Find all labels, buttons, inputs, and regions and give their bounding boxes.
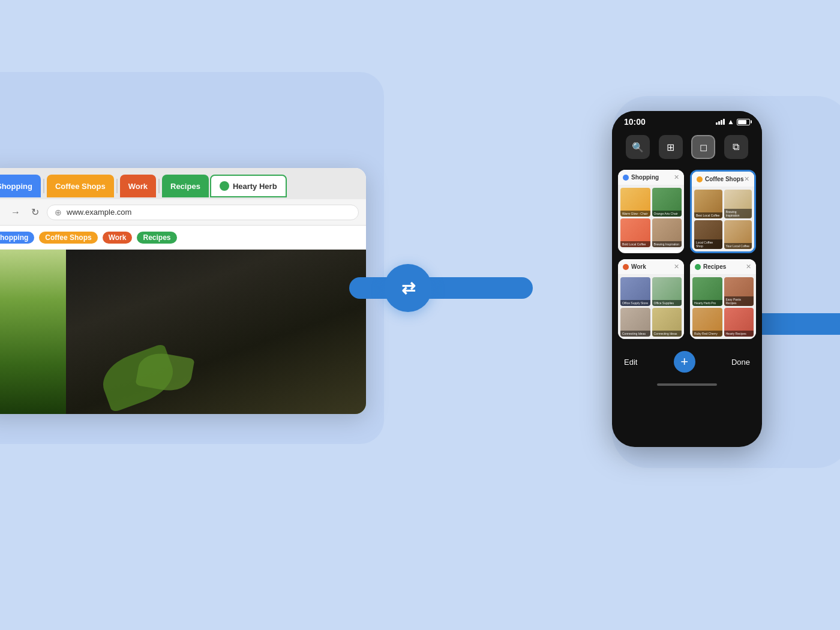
tab-recipes[interactable]: Recipes xyxy=(162,175,209,197)
phone-toolbar: 🔍 ⊞ ◻ ⧉ xyxy=(612,130,762,164)
tabs-tool-btn[interactable]: ⊞ xyxy=(659,135,683,159)
browser-content xyxy=(0,250,366,414)
bookmark-coffee[interactable]: Coffee Shops xyxy=(39,232,97,244)
tab-divider-1 xyxy=(43,179,44,193)
thumb-recipe-3[interactable]: Ruby Red Cherry xyxy=(692,308,722,337)
close-recipes[interactable]: ✕ xyxy=(746,263,751,271)
thumb-shopping-1[interactable]: Warm Glow - Chair xyxy=(620,188,650,217)
tab-group-shopping[interactable]: Shopping ✕ Warm Glow - Chair Orange Arts… xyxy=(618,170,684,253)
thumb-work-2[interactable]: Office Supplies xyxy=(652,277,682,306)
status-icons: ▲ xyxy=(716,118,750,126)
search-tool-btn[interactable]: 🔍 xyxy=(626,135,650,159)
add-tab-button[interactable]: + xyxy=(674,351,695,373)
dot-shopping xyxy=(623,175,629,181)
thumb-coffee-3[interactable]: Local Coffee Shop xyxy=(694,220,722,249)
tab-divider-3 xyxy=(158,179,160,193)
group-header-recipes: Recipes ✕ xyxy=(690,259,756,275)
phone-frame: 10:00 ▲ 🔍 ⊞ ◻ ⧉ xyxy=(612,111,762,447)
thumb-recipe-4[interactable]: Hearty Recipes xyxy=(724,308,754,337)
group-label-coffee: Coffee Shops xyxy=(705,176,743,182)
tab-shopping[interactable]: Shopping xyxy=(0,175,41,197)
bookmarks-bar: Shopping Coffee Shops Work Recipes xyxy=(0,226,366,250)
browser-tabs: Shopping Coffee Shops Work Recipes Heart… xyxy=(0,168,366,199)
dot-work xyxy=(623,264,629,270)
close-work[interactable]: ✕ xyxy=(674,263,679,271)
status-bar: 10:00 ▲ xyxy=(612,111,762,130)
bookmark-shopping[interactable]: Shopping xyxy=(0,232,34,244)
tab-coffee-shops[interactable]: Coffee Shops xyxy=(47,175,114,197)
split-tool-btn[interactable]: ⧉ xyxy=(724,135,748,159)
tab-hearty-label: Hearty Herb xyxy=(233,182,277,191)
phone-container: 10:00 ▲ 🔍 ⊞ ◻ ⧉ xyxy=(612,111,762,447)
edit-button[interactable]: Edit xyxy=(624,358,637,367)
address-icon: ⊕ xyxy=(55,208,62,217)
reload-button[interactable]: ↻ xyxy=(28,205,42,220)
thumb-work-3[interactable]: Connecting Ideas xyxy=(620,308,650,337)
shopping-thumbnails: Warm Glow - Chair Orange Arts Chair Bold… xyxy=(618,185,684,250)
sync-connector: ⇄ xyxy=(348,264,468,312)
tab-divider-2 xyxy=(116,179,118,193)
coffee-thumbnails: Best Local Coffee Brewing Inspiration Lo… xyxy=(692,187,754,251)
back-button[interactable]: ← xyxy=(0,205,4,220)
grid-tool-btn[interactable]: ◻ xyxy=(691,135,715,159)
thumb-coffee-4[interactable]: Your Local Coffee xyxy=(724,220,752,249)
done-button[interactable]: Done xyxy=(731,358,750,367)
forward-button[interactable]: → xyxy=(8,205,23,220)
work-thumbnails: Office Supply Store Office Supplies Conn… xyxy=(618,275,684,339)
tab-groups-grid: Shopping ✕ Warm Glow - Chair Orange Arts… xyxy=(612,164,762,345)
hero-image xyxy=(0,250,366,414)
tab-hearty[interactable]: Hearty Herb xyxy=(210,175,287,197)
group-label-recipes: Recipes xyxy=(703,263,726,270)
wifi-icon: ▲ xyxy=(727,118,734,126)
thumb-coffee-2[interactable]: Brewing Inspiration xyxy=(724,190,752,218)
tab-shopping-label: Shopping xyxy=(0,182,32,191)
tab-group-recipes[interactable]: Recipes ✕ Hearty Herb Pro Easy Pasta Rec… xyxy=(690,259,756,339)
tab-work[interactable]: Work xyxy=(120,175,156,197)
thumb-shopping-4[interactable]: Brewing Inspiration xyxy=(652,218,682,247)
recipes-thumbnails: Hearty Herb Pro Easy Pasta Recipes Ruby … xyxy=(690,275,756,339)
tab-group-work[interactable]: Work ✕ Office Supply Store Office Suppli… xyxy=(618,259,684,339)
thumb-shopping-2[interactable]: Orange Arts Chair xyxy=(652,188,682,217)
thumb-shopping-3[interactable]: Bold Local Coffee xyxy=(620,218,650,247)
thumb-coffee-1[interactable]: Best Local Coffee xyxy=(694,190,722,218)
signal-icon xyxy=(716,119,725,125)
thumb-recipe-2[interactable]: Easy Pasta Recipes xyxy=(724,277,754,306)
tab-work-label: Work xyxy=(128,182,148,191)
address-text: www.example.com xyxy=(67,208,131,217)
home-bar xyxy=(657,383,717,386)
phone-time: 10:00 xyxy=(624,117,646,127)
browser-toolbar: ← → ↻ ⊕ www.example.com xyxy=(0,199,366,226)
battery-icon xyxy=(737,119,750,125)
dot-recipes xyxy=(695,264,701,270)
tab-group-coffee[interactable]: Coffee Shops ✕ Best Local Coffee Brewing… xyxy=(690,170,756,253)
group-header-shopping: Shopping ✕ xyxy=(618,170,684,185)
close-coffee[interactable]: ✕ xyxy=(744,175,749,183)
bookmark-work[interactable]: Work xyxy=(103,232,133,244)
tab-coffee-label: Coffee Shops xyxy=(55,182,106,191)
tab-recipes-label: Recipes xyxy=(170,182,200,191)
thumb-work-1[interactable]: Office Supply Store xyxy=(620,277,650,306)
browser-window: Shopping Coffee Shops Work Recipes Heart… xyxy=(0,168,366,414)
group-label-shopping: Shopping xyxy=(631,174,659,181)
thumb-recipe-1[interactable]: Hearty Herb Pro xyxy=(692,277,722,306)
phone-bottom-bar: Edit + Done xyxy=(612,345,762,379)
home-indicator xyxy=(612,379,762,391)
group-label-work: Work xyxy=(631,263,646,270)
hearty-favicon xyxy=(220,181,229,191)
sync-icon: ⇄ xyxy=(401,278,415,298)
close-shopping[interactable]: ✕ xyxy=(674,173,679,181)
arrow-circle: ⇄ xyxy=(384,264,432,312)
address-bar[interactable]: ⊕ www.example.com xyxy=(47,205,359,220)
dot-coffee xyxy=(697,176,703,182)
group-header-work: Work ✕ xyxy=(618,259,684,275)
thumb-work-4[interactable]: Connecting Ideas xyxy=(652,308,682,337)
group-header-coffee: Coffee Shops ✕ xyxy=(692,172,754,187)
bookmark-recipes[interactable]: Recipes xyxy=(137,232,176,244)
